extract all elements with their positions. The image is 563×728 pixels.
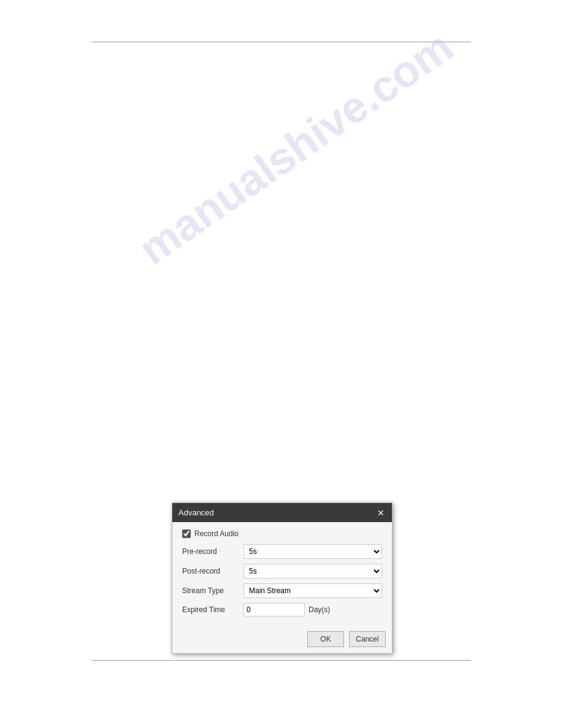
bottom-divider: [92, 660, 471, 661]
dialog-footer: OK Cancel: [172, 628, 392, 653]
stream-type-row: Stream Type Main Stream Sub Stream: [182, 583, 382, 598]
stream-label-stream: Stream: [182, 586, 208, 595]
record-audio-checkbox[interactable]: [182, 529, 191, 538]
days-label: Day(s): [308, 605, 330, 614]
post-record-label: Post-record: [182, 567, 243, 575]
post-record-row: Post-record 5s 10s 15s 20s 30s: [182, 564, 382, 578]
cancel-button[interactable]: Cancel: [349, 631, 386, 647]
stream-type-label: Stream Type: [182, 586, 243, 595]
record-audio-label: Record Audio: [194, 529, 239, 538]
dialog-body: Record Audio Pre-record 5s 10s 15s 20s 3…: [172, 522, 392, 628]
dialog-close-button[interactable]: ✕: [376, 509, 386, 517]
watermark: manualshive.com: [129, 21, 462, 275]
expired-time-row: Expired Time Day(s): [182, 603, 382, 616]
pre-record-label: Pre-record: [182, 547, 243, 556]
post-record-select[interactable]: 5s 10s 15s 20s 30s: [243, 564, 382, 578]
advanced-dialog: Advanced ✕ Record Audio Pre-record 5s 10…: [172, 502, 393, 654]
ok-button[interactable]: OK: [307, 631, 344, 647]
top-divider: [92, 42, 471, 42]
stream-label-type: Type: [208, 586, 224, 595]
expired-time-input[interactable]: [243, 603, 305, 616]
dialog-title-bar: Advanced ✕: [172, 503, 392, 522]
pre-record-select[interactable]: 5s 10s 15s 20s 30s: [243, 544, 382, 559]
stream-type-select[interactable]: Main Stream Sub Stream: [243, 583, 382, 598]
expired-time-label: Expired Time: [182, 605, 243, 614]
record-audio-row: Record Audio: [182, 529, 382, 538]
pre-record-row: Pre-record 5s 10s 15s 20s 30s: [182, 544, 382, 559]
dialog-title: Advanced: [178, 508, 214, 517]
